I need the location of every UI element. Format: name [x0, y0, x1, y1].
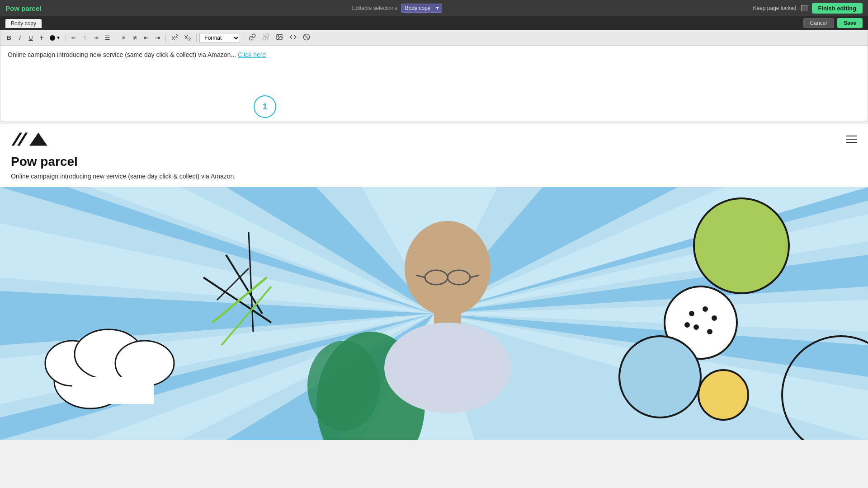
cancel-button[interactable]: Cancel — [803, 18, 834, 28]
second-bar: Body copy Cancel Save — [0, 16, 868, 30]
svg-rect-36 — [72, 377, 154, 404]
subscript-button[interactable]: X2 — [182, 33, 194, 43]
top-bar-right: Keep page locked Finish editing — [753, 3, 863, 14]
svg-point-54 — [405, 221, 491, 316]
bold-button[interactable]: B — [4, 33, 14, 42]
svg-marker-7 — [29, 133, 47, 146]
separator-3 — [165, 34, 166, 42]
editor-content[interactable]: Online campaign introducing new service … — [8, 51, 860, 58]
editor-text: Online campaign introducing new service … — [8, 51, 238, 58]
body-copy-select-wrapper[interactable]: Body copy — [401, 4, 442, 13]
color-dot — [50, 35, 55, 41]
body-copy-tab[interactable]: Body copy — [5, 19, 42, 27]
separator-1 — [66, 34, 66, 42]
hamburger-line-3 — [846, 142, 857, 143]
separator-5 — [243, 34, 243, 42]
svg-point-47 — [712, 315, 717, 321]
preview-header — [0, 124, 868, 155]
top-bar: Pow parcel Editable selections Body copy… — [0, 0, 868, 16]
superscript-button[interactable]: X2 — [169, 32, 181, 43]
ordered-list-button[interactable]: ≢ — [130, 33, 140, 42]
annotation-number: 1 — [263, 102, 267, 112]
svg-point-51 — [619, 336, 701, 418]
svg-point-49 — [707, 329, 712, 334]
outdent-button[interactable]: ⇤ — [141, 33, 151, 42]
finish-editing-button[interactable]: Finish editing — [812, 3, 863, 14]
code-button[interactable] — [287, 32, 299, 43]
hamburger-line-2 — [846, 139, 857, 140]
click-here-link[interactable]: Click here — [238, 51, 266, 58]
page-preview: Pow parcel Online campaign introducing n… — [0, 124, 868, 440]
svg-point-50 — [684, 322, 690, 328]
body-copy-select[interactable]: Body copy — [401, 4, 442, 13]
format-select[interactable]: Format — [199, 33, 240, 43]
align-justify-button[interactable]: ☰ — [102, 33, 113, 42]
separator-4 — [196, 34, 197, 42]
align-center-button[interactable]: ⁝ — [80, 33, 90, 42]
color-chevron-icon: ▼ — [56, 35, 61, 40]
keep-locked-checkbox[interactable] — [801, 5, 807, 11]
svg-point-46 — [703, 306, 708, 312]
rays-background — [0, 187, 868, 440]
annotation-circle: 1 — [254, 95, 276, 118]
hamburger-menu-icon[interactable] — [846, 136, 857, 143]
svg-line-4 — [305, 35, 309, 39]
italic-button[interactable]: I — [15, 33, 25, 42]
hamburger-line-1 — [846, 136, 857, 136]
body-copy-tab-label: Body copy — [5, 19, 42, 28]
editable-selections-label: Editable selections — [352, 5, 397, 11]
preview-title: Pow parcel — [11, 155, 857, 169]
logo-svg — [11, 131, 65, 147]
preview-logo — [11, 131, 65, 147]
preview-body: Pow parcel Online campaign introducing n… — [0, 155, 868, 187]
top-bar-left: Pow parcel — [5, 5, 41, 12]
link-button[interactable] — [246, 32, 259, 43]
svg-point-52 — [698, 370, 748, 420]
clear-formatting-button[interactable] — [300, 32, 313, 43]
align-left-button[interactable]: ⇤ — [69, 33, 79, 42]
keep-locked-label: Keep page locked — [753, 5, 796, 11]
app-title: Pow parcel — [5, 5, 41, 12]
strikethrough-button[interactable]: T — [37, 33, 47, 42]
save-button[interactable]: Save — [837, 18, 863, 28]
image-button[interactable] — [273, 32, 286, 43]
svg-point-2 — [278, 36, 279, 37]
svg-point-45 — [689, 311, 694, 316]
bullet-list-button[interactable]: ≡ — [119, 33, 129, 42]
align-right-button[interactable]: ⇥ — [91, 33, 101, 42]
svg-point-48 — [693, 324, 699, 330]
second-bar-actions: Cancel Save — [803, 18, 863, 28]
editor-toolbar: B I U T ▼ ⇤ ⁝ ⇥ ☰ ≡ ≢ ⇤ ⇥ X2 X2 Format — [0, 30, 868, 45]
underline-button[interactable]: U — [26, 33, 36, 42]
indent-button[interactable]: ⇥ — [152, 33, 163, 42]
separator-2 — [116, 34, 116, 42]
svg-point-30 — [307, 341, 380, 431]
svg-point-56 — [384, 323, 511, 413]
unlink-button[interactable] — [259, 32, 272, 43]
color-picker-button[interactable]: ▼ — [47, 34, 63, 42]
editor-area[interactable]: Online campaign introducing new service … — [0, 45, 868, 122]
preview-body-text: Online campaign introducing new service … — [11, 173, 857, 180]
hero-image — [0, 187, 868, 440]
top-bar-center: Editable selections Body copy — [352, 4, 442, 13]
svg-point-43 — [694, 198, 789, 293]
